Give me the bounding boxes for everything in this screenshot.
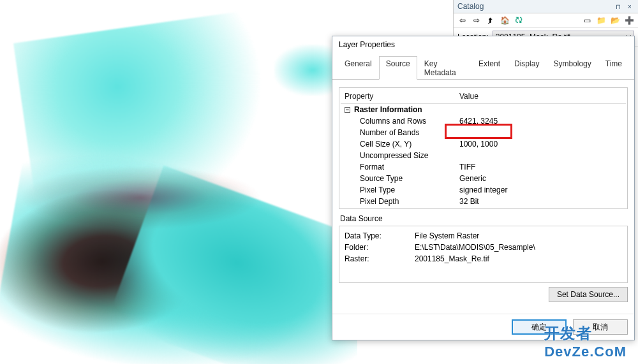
tab-extent[interactable]: Extent — [471, 56, 507, 80]
prop-row: Pixel Typesigned integer — [341, 184, 626, 196]
catalog-toolbar: ⇦ ⇨ ⮭ 🏠 🗘 ▭ 📁 📂 ➕ — [454, 13, 638, 28]
tab-general[interactable]: General — [338, 56, 379, 80]
prop-key: Source Type — [341, 173, 456, 184]
set-data-source-button[interactable]: Set Data Source... — [549, 287, 628, 302]
prop-val: 32 Bit — [456, 196, 626, 207]
datasource-label: Data Source — [340, 214, 628, 223]
tab-source-body: Property Value −Raster Information Colum… — [332, 80, 634, 314]
prop-row: FormatTIFF — [341, 161, 626, 173]
property-grid: Property Value −Raster Information Colum… — [341, 89, 626, 207]
prop-key: Columns and Rows — [341, 115, 456, 127]
ds-row: Data Type:File System Raster — [345, 230, 622, 242]
sync-icon[interactable]: 🗘 — [514, 15, 524, 25]
prop-key: Pixel Type — [341, 184, 456, 196]
layer-properties-dialog: Layer Properties General Source Key Meta… — [332, 36, 635, 340]
property-grid-frame: Property Value −Raster Information Colum… — [339, 87, 628, 209]
prop-row: Pixel Depth32 Bit — [341, 196, 626, 207]
tab-display[interactable]: Display — [507, 56, 546, 80]
ds-row: Folder:E:\LST\Data\MODIS\05_Resample\ — [345, 242, 622, 253]
home-icon[interactable]: 🏠 — [500, 15, 510, 25]
tab-key-metadata[interactable]: Key Metadata — [417, 56, 471, 80]
ds-row: Raster:2001185_Mask_Re.tif — [345, 253, 622, 265]
disconnect-icon[interactable]: 📂 — [610, 15, 620, 25]
ds-val: E:\LST\Data\MODIS\05_Resample\ — [415, 242, 535, 253]
col-property: Property — [341, 89, 456, 104]
tab-symbology[interactable]: Symbology — [546, 56, 598, 80]
prop-row: Cell Size (X, Y)1000, 1000 — [341, 138, 626, 150]
cancel-button[interactable]: 取消 — [573, 319, 628, 335]
prop-key: Pixel Depth — [341, 196, 456, 207]
prop-row: Uncompressed Size — [341, 150, 626, 161]
prop-key: Number of Bands — [341, 127, 456, 138]
prop-key: Format — [341, 161, 456, 173]
highlight-cell-size — [445, 124, 512, 139]
ok-button[interactable]: 确定 — [512, 319, 567, 335]
ds-key: Folder: — [345, 242, 415, 253]
catalog-title-text: Catalog — [457, 2, 611, 11]
ds-val: 2001185_Mask_Re.tif — [415, 253, 489, 265]
prop-val: signed integer — [456, 184, 626, 196]
prop-val: 1000, 1000 — [456, 138, 626, 150]
ds-key: Raster: — [345, 253, 415, 265]
tab-source[interactable]: Source — [379, 56, 417, 80]
catalog-titlebar: Catalog ⊓ × — [454, 0, 638, 13]
ds-key: Data Type: — [345, 230, 415, 242]
dialog-footer: 确定 取消 — [332, 314, 634, 340]
prop-key: Uncompressed Size — [341, 150, 456, 161]
back-icon[interactable]: ⇦ — [457, 15, 468, 25]
toggle-icon[interactable]: ▭ — [582, 15, 592, 25]
add-icon[interactable]: ➕ — [624, 15, 634, 25]
prop-val: TIFF — [456, 161, 626, 173]
tab-time[interactable]: Time — [598, 56, 629, 80]
prop-val: Generic — [456, 173, 626, 184]
prop-val — [456, 150, 626, 161]
map-canvas[interactable] — [0, 0, 357, 364]
prop-key: Cell Size (X, Y) — [341, 138, 456, 150]
ds-val: File System Raster — [415, 230, 479, 242]
dialog-tabs: General Source Key Metadata Extent Displ… — [332, 55, 634, 80]
col-value: Value — [456, 89, 626, 104]
pin-icon[interactable]: ⊓ — [614, 2, 623, 11]
dialog-title: Layer Properties — [332, 36, 634, 55]
close-icon[interactable]: × — [625, 2, 634, 11]
fwd-icon[interactable]: ⇨ — [471, 15, 482, 25]
collapse-icon[interactable]: − — [345, 107, 350, 113]
datasource-box: Data Type:File System Raster Folder:E:\L… — [339, 226, 628, 283]
raster-info-section[interactable]: −Raster Information — [341, 104, 626, 116]
connect-icon[interactable]: 📁 — [596, 15, 606, 25]
prop-row: Source TypeGeneric — [341, 173, 626, 184]
up-icon[interactable]: ⮭ — [486, 15, 496, 25]
